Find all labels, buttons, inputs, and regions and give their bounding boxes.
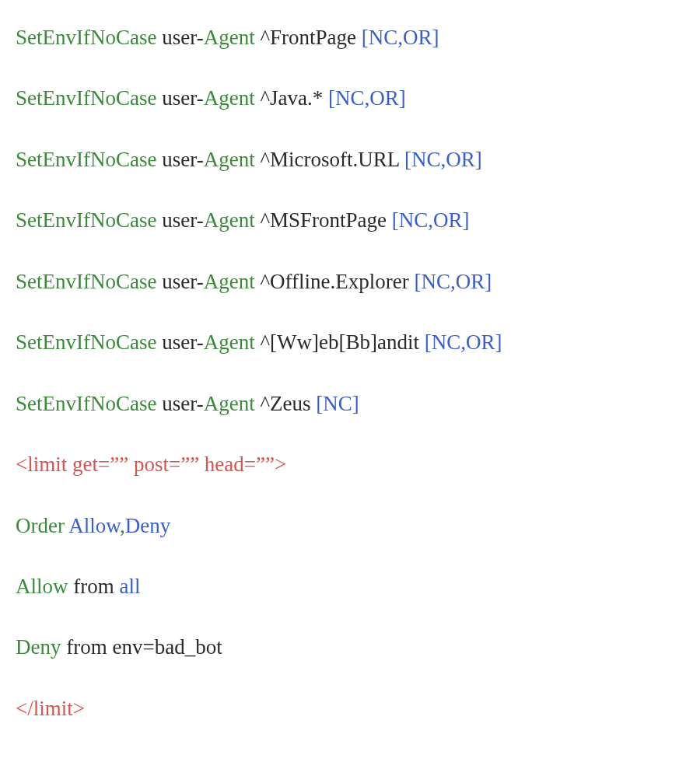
code-token: Deny (125, 514, 170, 537)
code-token: user- (156, 148, 203, 171)
code-token: Allow (16, 575, 73, 598)
code-line: </limit> (16, 694, 684, 722)
code-token: Agent (204, 86, 261, 110)
code-line: SetEnvIfNoCase user-Agent ^FrontPage [NC… (16, 23, 684, 51)
code-line: SetEnvIfNoCase user-Agent ^Java.* [NC,OR… (16, 84, 684, 112)
code-token: ^Java.* (260, 86, 328, 110)
code-token: SetEnvIfNoCase (16, 26, 156, 49)
code-token: from (73, 575, 119, 598)
code-token: Agent (204, 392, 261, 415)
code-token: SetEnvIfNoCase (16, 330, 156, 354)
code-token: [NC,OR] (425, 330, 502, 354)
code-line: SetEnvIfNoCase user-Agent ^[Ww]eb[Bb]and… (16, 328, 684, 356)
code-line: Order Allow,Deny (16, 512, 684, 540)
code-token: Agent (204, 26, 261, 49)
code-token: [NC,OR] (392, 208, 470, 232)
code-token: user- (156, 86, 203, 110)
code-token: SetEnvIfNoCase (16, 86, 156, 110)
code-token: SetEnvIfNoCase (16, 392, 156, 415)
code-token: ^FrontPage (260, 26, 361, 49)
code-token: ^Microsoft.URL (260, 148, 404, 171)
code-token: Agent (204, 208, 261, 232)
code-token: [NC,OR] (362, 26, 439, 49)
code-token: ^[Ww]eb[Bb]andit (260, 330, 424, 354)
code-token: all (119, 575, 140, 598)
code-token: [NC,OR] (415, 270, 492, 293)
code-line: SetEnvIfNoCase user-Agent ^MSFrontPage [… (16, 206, 684, 234)
code-token: ^Offline.Explorer (260, 270, 414, 293)
code-token: Agent (204, 148, 261, 171)
code-token: Allow (68, 514, 120, 537)
code-token: SetEnvIfNoCase (16, 270, 156, 293)
code-token: user- (156, 208, 203, 232)
code-line: <limit get=”” post=”” head=””> (16, 450, 684, 478)
code-token: user- (156, 330, 203, 354)
code-token: Agent (204, 330, 261, 354)
code-line: SetEnvIfNoCase user-Agent ^Microsoft.URL… (16, 145, 684, 173)
code-token: Deny (16, 635, 66, 659)
code-line: Allow from all (16, 572, 684, 600)
code-token: ^MSFrontPage (260, 208, 391, 232)
code-token: [NC,OR] (328, 86, 406, 110)
code-token: from env=bad_bot (66, 635, 222, 659)
code-token: Agent (204, 270, 261, 293)
code-token: </limit> (16, 697, 85, 720)
code-line: SetEnvIfNoCase user-Agent ^Offline.Explo… (16, 267, 684, 295)
code-block: SetEnvIfNoCase user-Agent ^FrontPage [NC… (16, 23, 684, 722)
code-token: user- (156, 270, 203, 293)
code-token: SetEnvIfNoCase (16, 148, 156, 171)
code-token: Order (16, 514, 68, 537)
code-token: SetEnvIfNoCase (16, 208, 156, 232)
code-line: SetEnvIfNoCase user-Agent ^Zeus [NC] (16, 390, 684, 418)
code-token: user- (156, 26, 203, 49)
code-token: [NC] (316, 392, 359, 415)
code-line: Deny from env=bad_bot (16, 633, 684, 661)
code-token: <limit get=”” post=”” head=””> (16, 453, 286, 476)
code-token: , (120, 514, 125, 537)
code-token: user- (156, 392, 203, 415)
code-token: ^Zeus (260, 392, 316, 415)
code-token: [NC,OR] (404, 148, 482, 171)
